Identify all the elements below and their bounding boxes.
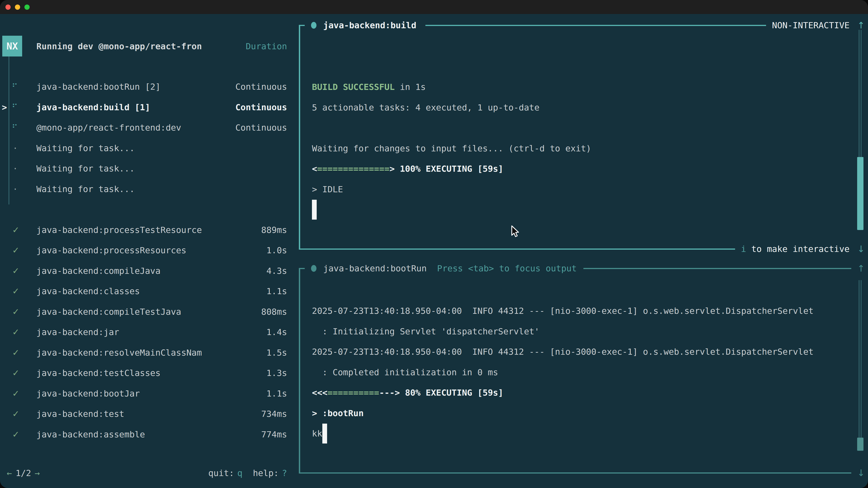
bootrun-panel-scroll-thumb[interactable] (857, 437, 864, 451)
build-panel-left-border (299, 25, 300, 250)
check-icon: ✓ (12, 266, 20, 276)
bootrun-panel-left-border (299, 268, 300, 473)
task-duration: 774ms (261, 429, 287, 440)
progress-label: 80% EXECUTING [59s] (400, 388, 503, 398)
bootrun-panel-output: 2025-07-23T13:40:18.950-04:00 INFO 44312… (312, 301, 839, 444)
build-success-suffix: in 1s (395, 82, 426, 92)
log-line: 2025-07-23T13:40:18.950-04:00 INFO 44312… (312, 341, 839, 362)
task-name: java-backend:classes (36, 286, 140, 296)
duration-column-header: Duration (246, 41, 287, 51)
log-line: 2025-07-23T13:40:18.950-04:00 INFO 44312… (312, 301, 839, 321)
task-list: ⠋ java-backend:bootRun [2] Continuous > … (0, 76, 289, 445)
page-indicator: 1/2 (16, 468, 31, 478)
task-row-completed[interactable]: ✓ java-backend:testClasses 1.3s (0, 363, 289, 383)
bootrun-panel-title: java-backend:bootRun (323, 263, 427, 273)
task-row-completed[interactable]: ✓ java-backend:test 734ms (0, 404, 289, 424)
next-page-arrow-icon[interactable]: → (35, 468, 40, 478)
output-line: Waiting for changes to input files... (c… (312, 138, 839, 159)
task-name: java-backend:jar (36, 327, 119, 337)
bootrun-panel-header[interactable]: java-backend:bootRun Press <tab> to focu… (305, 258, 868, 279)
title-bar (0, 0, 868, 14)
task-duration: 1.5s (266, 348, 287, 358)
zoom-button[interactable] (24, 4, 30, 10)
check-icon: ✓ (12, 286, 20, 296)
bootrun-prompt-text: > :bootRun (312, 408, 364, 418)
task-row-completed[interactable]: ✓ java-backend:compileJava 4.3s (0, 261, 289, 281)
task-row-completed[interactable]: ✓ java-backend:resolveMainClassNam 1.5s (0, 343, 289, 363)
terminal-cursor (322, 424, 327, 444)
task-status: Continuous (235, 82, 287, 92)
prev-page-arrow-icon[interactable]: ← (7, 468, 12, 478)
build-panel-scroll-track[interactable] (859, 30, 860, 157)
task-row-completed[interactable]: ✓ java-backend:bootJar 1.1s (0, 383, 289, 404)
output-line (312, 199, 839, 220)
progress-bar-open: <<< (312, 388, 328, 398)
task-row-waiting: · Waiting for task... (0, 158, 289, 179)
task-name: java-backend:resolveMainClassNam (36, 348, 202, 358)
output-line-blank (312, 118, 839, 138)
build-panel-header[interactable]: java-backend:build NON-INTERACTIVE ↑ (305, 15, 868, 35)
quit-key: q (237, 468, 243, 478)
build-panel-title: java-backend:build (323, 20, 416, 30)
check-icon: ✓ (12, 327, 20, 337)
task-duration: 1.1s (266, 286, 287, 296)
mouse-cursor-icon (510, 225, 522, 240)
task-row-running-selected[interactable]: > ⠋ java-backend:build [1] Continuous (0, 97, 289, 118)
bootrun-panel-scroll-track[interactable] (861, 280, 862, 437)
scroll-up-icon[interactable]: ↑ (857, 263, 865, 273)
build-panel-bottom-line (299, 249, 735, 250)
help-key: ? (282, 468, 287, 478)
quit-label: quit: (208, 468, 234, 478)
progress-bar-fill: ========== (328, 388, 379, 398)
waiting-label: Waiting for task... (36, 143, 135, 153)
bullet-icon: · (13, 184, 18, 194)
input-line[interactable]: kk (312, 423, 839, 444)
minimize-button[interactable] (15, 4, 20, 10)
task-row-waiting: · Waiting for task... (0, 138, 289, 159)
task-name: java-backend:compileJava (36, 266, 160, 276)
log-line: : Completed initialization in 0 ms (312, 362, 839, 383)
check-icon: ✓ (12, 368, 20, 378)
bootrun-panel-scroll-track[interactable] (859, 280, 860, 437)
task-row-completed[interactable]: ✓ java-backend:processTestResource 889ms (0, 220, 289, 240)
focus-output-hint: Press <tab> to focus output (437, 263, 577, 273)
task-status: Continuous (235, 102, 287, 112)
scroll-up-icon[interactable]: ↑ (857, 20, 865, 31)
task-row-completed[interactable]: ✓ java-backend:processResources 1.0s (0, 240, 289, 261)
check-icon: ✓ (12, 409, 20, 419)
build-panel-border-stub (299, 25, 305, 26)
task-row-completed[interactable]: ✓ java-backend:compileTestJava 808ms (0, 302, 289, 322)
output-line: > IDLE (312, 179, 839, 200)
task-row-completed[interactable]: ✓ java-backend:classes 1.1s (0, 281, 289, 302)
task-row-waiting: · Waiting for task... (0, 179, 289, 199)
waiting-for-changes-text: Waiting for changes to input files... (c… (312, 143, 591, 153)
close-button[interactable] (5, 4, 11, 10)
bullet-icon: · (13, 143, 18, 153)
build-success-text: BUILD SUCCESSFUL (312, 82, 395, 92)
bootrun-panel-border-stub (299, 268, 305, 269)
task-duration: 734ms (261, 409, 287, 419)
tasks-summary: 5 actionable tasks: 4 executed, 1 up-to-… (312, 103, 539, 112)
scroll-down-icon[interactable]: ↓ (857, 244, 865, 254)
task-row-running[interactable]: ⠋ @mono-app/react-frontend:dev Continuou… (0, 118, 289, 138)
task-list-header: Running dev @mono-app/react-fron Duratio… (0, 36, 289, 57)
check-icon: ✓ (12, 348, 20, 358)
build-panel-footer: i to make interactive ↓ (299, 239, 868, 259)
task-duration: 889ms (261, 225, 287, 235)
build-panel-scroll-track[interactable] (861, 30, 862, 157)
log-text: 2025-07-23T13:40:18.950-04:00 INFO 44312… (312, 306, 813, 316)
task-name: java-backend:test (36, 409, 124, 419)
log-line: : Initializing Servlet 'dispatcherServle… (312, 321, 839, 342)
output-line: 5 actionable tasks: 4 executed, 1 up-to-… (312, 97, 839, 118)
task-row-completed[interactable]: ✓ java-backend:assemble 774ms (0, 424, 289, 445)
task-row-running[interactable]: ⠋ java-backend:bootRun [2] Continuous (0, 76, 289, 97)
task-status: Continuous (235, 123, 287, 133)
waiting-label: Waiting for task... (36, 164, 135, 173)
progress-label: 100% EXECUTING [59s] (395, 164, 503, 174)
log-text: : Initializing Servlet 'dispatcherServle… (312, 326, 539, 336)
progress-bar-open: < (312, 164, 317, 174)
build-panel-scroll-thumb[interactable] (857, 157, 864, 230)
task-row-completed[interactable]: ✓ java-backend:jar 1.4s (0, 322, 289, 343)
bootrun-panel-header-line (583, 268, 851, 269)
scroll-down-icon[interactable]: ↓ (857, 468, 865, 478)
